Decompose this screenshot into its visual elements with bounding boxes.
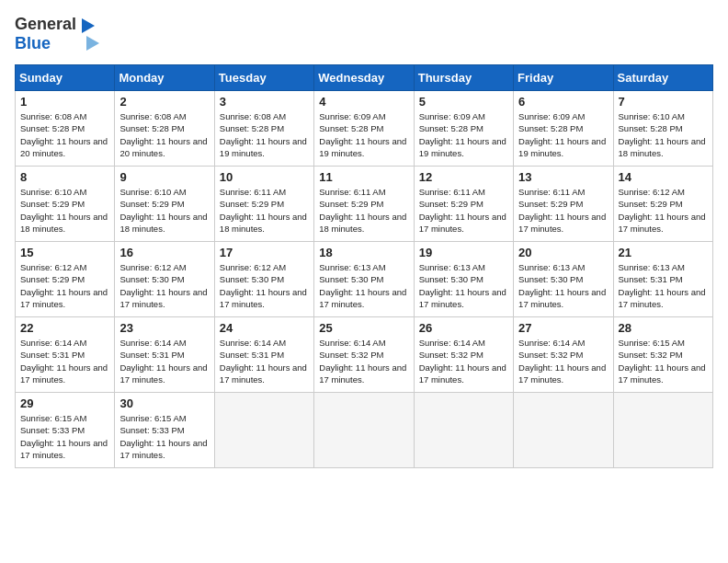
day-number: 7 [619, 95, 708, 109]
day-info: Sunrise: 6:14 AMSunset: 5:31 PMDaylight:… [20, 337, 109, 385]
day-number: 19 [419, 246, 508, 259]
calendar-day-cell [414, 393, 513, 468]
day-number: 23 [119, 321, 209, 335]
day-info: Sunrise: 6:08 AMSunset: 5:28 PMDaylight:… [20, 110, 109, 159]
weekday-header: Sunday [16, 65, 115, 91]
calendar-week-row: 22Sunrise: 6:14 AMSunset: 5:31 PMDayligh… [16, 317, 713, 393]
day-info: Sunrise: 6:10 AMSunset: 5:29 PMDaylight:… [119, 186, 209, 235]
logo: General Blue [15, 15, 99, 53]
calendar-day-cell: 19Sunrise: 6:13 AMSunset: 5:30 PMDayligh… [414, 242, 513, 317]
day-info: Sunrise: 6:15 AMSunset: 5:33 PMDaylight:… [119, 412, 209, 461]
weekday-header: Friday [514, 65, 613, 91]
day-info: Sunrise: 6:14 AMSunset: 5:31 PMDaylight:… [220, 337, 309, 385]
day-info: Sunrise: 6:12 AMSunset: 5:29 PMDaylight:… [619, 186, 708, 235]
calendar-day-cell: 11Sunrise: 6:11 AMSunset: 5:29 PMDayligh… [314, 167, 414, 242]
calendar-day-cell: 12Sunrise: 6:11 AMSunset: 5:29 PMDayligh… [414, 167, 513, 242]
calendar-day-cell: 9Sunrise: 6:10 AMSunset: 5:29 PMDaylight… [115, 167, 214, 242]
day-number: 2 [119, 95, 209, 109]
day-info: Sunrise: 6:15 AMSunset: 5:32 PMDaylight:… [619, 337, 708, 385]
calendar-day-cell: 24Sunrise: 6:14 AMSunset: 5:31 PMDayligh… [214, 317, 313, 393]
calendar-day-cell: 25Sunrise: 6:14 AMSunset: 5:32 PMDayligh… [314, 317, 414, 393]
calendar-day-cell: 3Sunrise: 6:08 AMSunset: 5:28 PMDaylight… [214, 91, 313, 167]
calendar-day-cell: 28Sunrise: 6:15 AMSunset: 5:32 PMDayligh… [613, 317, 712, 393]
day-info: Sunrise: 6:14 AMSunset: 5:32 PMDaylight:… [518, 337, 608, 385]
calendar-week-row: 29Sunrise: 6:15 AMSunset: 5:33 PMDayligh… [16, 393, 713, 468]
day-number: 18 [319, 246, 408, 259]
calendar-day-cell: 21Sunrise: 6:13 AMSunset: 5:31 PMDayligh… [613, 242, 712, 317]
day-info: Sunrise: 6:11 AMSunset: 5:29 PMDaylight:… [419, 186, 508, 235]
day-info: Sunrise: 6:15 AMSunset: 5:33 PMDaylight:… [20, 412, 109, 461]
calendar-header-row: SundayMondayTuesdayWednesdayThursdayFrid… [16, 65, 713, 91]
calendar-day-cell: 7Sunrise: 6:10 AMSunset: 5:28 PMDaylight… [613, 91, 712, 167]
calendar-day-cell: 29Sunrise: 6:15 AMSunset: 5:33 PMDayligh… [16, 393, 115, 468]
weekday-header: Tuesday [214, 65, 313, 91]
calendar-day-cell [514, 393, 613, 468]
calendar-week-row: 1Sunrise: 6:08 AMSunset: 5:28 PMDaylight… [16, 91, 713, 167]
calendar-day-cell: 8Sunrise: 6:10 AMSunset: 5:29 PMDaylight… [16, 167, 115, 242]
logo-text: General Blue [15, 15, 76, 53]
day-number: 24 [220, 321, 309, 335]
weekday-header: Wednesday [314, 65, 414, 91]
logo-general: General [15, 15, 76, 34]
day-number: 12 [419, 170, 508, 184]
day-number: 5 [419, 95, 508, 109]
day-number: 27 [518, 321, 608, 335]
weekday-header: Thursday [414, 65, 513, 91]
day-number: 3 [220, 95, 309, 109]
day-info: Sunrise: 6:12 AMSunset: 5:29 PMDaylight:… [20, 261, 109, 310]
day-info: Sunrise: 6:12 AMSunset: 5:30 PMDaylight:… [119, 261, 209, 310]
calendar-day-cell: 1Sunrise: 6:08 AMSunset: 5:28 PMDaylight… [16, 91, 115, 167]
calendar-day-cell: 20Sunrise: 6:13 AMSunset: 5:30 PMDayligh… [514, 242, 613, 317]
calendar-day-cell: 30Sunrise: 6:15 AMSunset: 5:33 PMDayligh… [115, 393, 214, 468]
day-info: Sunrise: 6:08 AMSunset: 5:28 PMDaylight:… [119, 110, 209, 159]
day-number: 29 [20, 396, 109, 410]
arrow-icon-2 [86, 36, 99, 51]
calendar-day-cell: 18Sunrise: 6:13 AMSunset: 5:30 PMDayligh… [314, 242, 414, 317]
day-info: Sunrise: 6:08 AMSunset: 5:28 PMDaylight:… [220, 110, 309, 159]
calendar-day-cell: 27Sunrise: 6:14 AMSunset: 5:32 PMDayligh… [514, 317, 613, 393]
calendar-day-cell: 4Sunrise: 6:09 AMSunset: 5:28 PMDaylight… [314, 91, 414, 167]
calendar-day-cell: 5Sunrise: 6:09 AMSunset: 5:28 PMDaylight… [414, 91, 513, 167]
calendar-week-row: 15Sunrise: 6:12 AMSunset: 5:29 PMDayligh… [16, 242, 713, 317]
calendar-day-cell: 17Sunrise: 6:12 AMSunset: 5:30 PMDayligh… [214, 242, 313, 317]
day-number: 6 [518, 95, 608, 109]
day-number: 9 [119, 170, 209, 184]
calendar-day-cell: 26Sunrise: 6:14 AMSunset: 5:32 PMDayligh… [414, 317, 513, 393]
day-number: 16 [119, 246, 209, 259]
day-number: 30 [119, 396, 209, 410]
day-number: 11 [319, 170, 408, 184]
calendar-day-cell: 15Sunrise: 6:12 AMSunset: 5:29 PMDayligh… [16, 242, 115, 317]
calendar-day-cell [613, 393, 712, 468]
calendar-day-cell [314, 393, 414, 468]
day-number: 25 [319, 321, 408, 335]
day-number: 14 [619, 170, 708, 184]
logo-blue: Blue [15, 34, 76, 53]
calendar-table: SundayMondayTuesdayWednesdayThursdayFrid… [15, 64, 713, 468]
day-info: Sunrise: 6:13 AMSunset: 5:31 PMDaylight:… [619, 261, 708, 310]
day-number: 4 [319, 95, 408, 109]
day-info: Sunrise: 6:12 AMSunset: 5:30 PMDaylight:… [220, 261, 309, 310]
day-info: Sunrise: 6:14 AMSunset: 5:32 PMDaylight:… [319, 337, 408, 385]
day-info: Sunrise: 6:10 AMSunset: 5:29 PMDaylight:… [20, 186, 109, 235]
day-number: 17 [220, 246, 309, 259]
day-info: Sunrise: 6:09 AMSunset: 5:28 PMDaylight:… [319, 110, 408, 159]
day-info: Sunrise: 6:09 AMSunset: 5:28 PMDaylight:… [518, 110, 608, 159]
weekday-header: Saturday [613, 65, 712, 91]
day-info: Sunrise: 6:10 AMSunset: 5:28 PMDaylight:… [619, 110, 708, 159]
day-number: 22 [20, 321, 109, 335]
logo-arrows [82, 18, 99, 51]
day-number: 1 [20, 95, 109, 109]
day-info: Sunrise: 6:13 AMSunset: 5:30 PMDaylight:… [419, 261, 508, 310]
day-info: Sunrise: 6:11 AMSunset: 5:29 PMDaylight:… [220, 186, 309, 235]
calendar-day-cell: 10Sunrise: 6:11 AMSunset: 5:29 PMDayligh… [214, 167, 313, 242]
day-number: 21 [619, 246, 708, 259]
day-number: 15 [20, 246, 109, 259]
day-number: 13 [518, 170, 608, 184]
calendar-day-cell: 14Sunrise: 6:12 AMSunset: 5:29 PMDayligh… [613, 167, 712, 242]
day-info: Sunrise: 6:09 AMSunset: 5:28 PMDaylight:… [419, 110, 508, 159]
day-info: Sunrise: 6:14 AMSunset: 5:31 PMDaylight:… [119, 337, 209, 385]
calendar-day-cell: 16Sunrise: 6:12 AMSunset: 5:30 PMDayligh… [115, 242, 214, 317]
day-info: Sunrise: 6:13 AMSunset: 5:30 PMDaylight:… [518, 261, 608, 310]
day-number: 28 [619, 321, 708, 335]
day-number: 8 [20, 170, 109, 184]
